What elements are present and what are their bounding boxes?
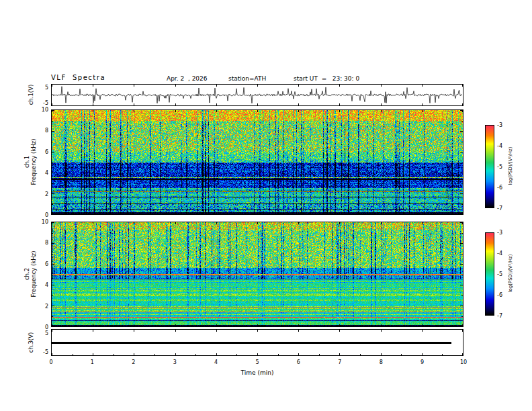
- ch1-colorbar: [485, 125, 494, 208]
- ch3-voltage-axis-label: ch.3(V): [28, 322, 34, 363]
- ch1-axis-label-line1: ch.1: [24, 109, 30, 215]
- x-tick-label: 7: [335, 359, 345, 365]
- ch3-y-tick-label: 5: [36, 330, 48, 336]
- colorbar-2-tick-label: -3: [497, 230, 509, 236]
- ch1-colorbar-canvas: [486, 126, 494, 208]
- spec1-y-tick-label: 0: [36, 212, 48, 218]
- spec1-y-tick-label: 2: [36, 191, 48, 197]
- time-axis-label: Time (min): [230, 369, 284, 376]
- colorbar-2-tick-label: -4: [497, 250, 509, 257]
- x-tick-label: 4: [211, 359, 222, 365]
- colorbar-1-tick-label: -3: [497, 122, 509, 128]
- ch1-spectrogram-panel: [51, 109, 463, 215]
- figure-title: VLF Spectra: [51, 74, 105, 81]
- x-tick-label: 6: [293, 359, 304, 365]
- spec2-y-tick-label: 8: [36, 240, 48, 246]
- colorbar-2-tick-label: -6: [497, 292, 509, 298]
- spec2-y-tick-label: 0: [36, 324, 48, 330]
- spec1-y-tick-label: 6: [36, 149, 48, 155]
- colorbar-1-tick-label: -4: [497, 143, 509, 149]
- spec1-y-tick-label: 8: [36, 128, 48, 134]
- header-date: Apr. 2 , 2026: [167, 75, 208, 82]
- colorbar-1-tick-label: -6: [497, 185, 509, 191]
- ch1-frequency-axis-label: ch.1 Frequency (kHz): [24, 109, 37, 215]
- x-tick-label: 1: [87, 359, 97, 365]
- x-tick-label: 5: [252, 359, 263, 365]
- spec2-y-tick-label: 6: [36, 261, 48, 267]
- ch1-waveform-panel: [51, 84, 463, 106]
- ch3-waveform-canvas: [52, 330, 463, 355]
- spec1-y-tick-label: 4: [36, 170, 48, 176]
- spec2-y-tick-label: 2: [36, 304, 48, 310]
- ch1-spectrogram-canvas: [52, 110, 463, 214]
- vlf-spectra-figure: VLF Spectra Apr. 2 , 2026 station=ATH st…: [0, 0, 532, 411]
- colorbar-1-tick-label: -5: [497, 164, 509, 170]
- ch2-spectrogram-panel: [51, 222, 463, 327]
- x-tick-label: 2: [128, 359, 139, 365]
- ch2-axis-label-line1: ch.2: [24, 222, 30, 327]
- colorbar-2-tick-label: -7: [497, 313, 509, 319]
- header-start-ut: start UT = 23: 30: 0: [294, 75, 359, 82]
- spec2-y-tick-label: 10: [36, 219, 48, 225]
- wave-y-tick-label: -5: [36, 100, 48, 106]
- ch3-waveform-panel: [51, 329, 463, 356]
- x-tick-label: 10: [458, 359, 469, 365]
- ch1-axis-label-line2: Frequency (kHz): [30, 109, 37, 215]
- spec1-y-tick-label: 10: [36, 107, 48, 113]
- wave-y-tick-label: 5: [36, 85, 48, 91]
- ch1-waveform-canvas: [52, 85, 463, 105]
- ch2-axis-label-line2: Frequency (kHz): [30, 222, 37, 327]
- x-tick-label: 9: [417, 359, 428, 365]
- colorbar-1-tick-label: -7: [497, 205, 509, 212]
- ch2-colorbar: [485, 232, 494, 316]
- ch3-y-tick-label: -5: [36, 349, 48, 355]
- colorbar-2-tick-label: -5: [497, 271, 509, 277]
- ch2-colorbar-canvas: [486, 233, 494, 315]
- ch2-spectrogram-canvas: [52, 222, 463, 326]
- x-tick-label: 3: [169, 359, 180, 365]
- header-station: station=ATH: [228, 75, 266, 82]
- spec2-y-tick-label: 4: [36, 282, 48, 288]
- x-tick-label: 8: [375, 359, 386, 365]
- ch2-frequency-axis-label: ch.2 Frequency (kHz): [24, 222, 37, 327]
- x-tick-label: 0: [46, 359, 56, 365]
